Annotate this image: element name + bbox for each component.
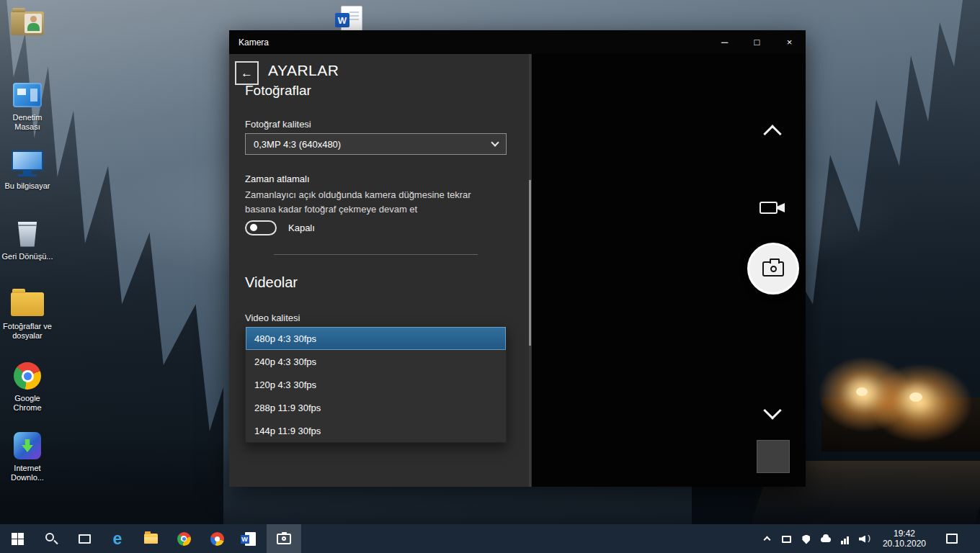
word-icon: W [245,532,256,546]
task-view-icon [79,534,91,544]
windows-logo-icon [12,533,24,545]
desktop: Denetim Masası Bu bilgisayar Geri Dönüşü… [0,0,980,553]
file-explorer-icon [144,534,158,544]
zoom-up-button[interactable] [766,127,779,140]
video-quality-label: Video kalitesi [245,313,300,323]
train-headlight [856,387,868,396]
desktop-icon-photos-folder[interactable]: Fotoğraflar ve dosyalar [0,288,55,341]
user-folder-icon [11,12,44,35]
taskbar-clock[interactable]: 19:42 20.10.2020 [878,529,930,549]
control-panel-icon [13,83,42,107]
video-quality-option-144p[interactable]: 144p 11:9 30fps [246,419,506,442]
clock-time: 19:42 [883,529,926,539]
chrome-icon [14,362,41,390]
video-quality-option-480p[interactable]: 480p 4:3 30fps [246,327,506,350]
videos-section-heading: Videolar [245,274,298,291]
search-icon [45,533,58,545]
photo-quality-label: Fotoğraf kalitesi [245,119,311,130]
desktop-icon-label: Internet Downlo... [0,464,55,482]
timelapse-toggle[interactable] [245,220,277,235]
taskbar-search-button[interactable] [35,524,68,553]
video-quality-option-120p[interactable]: 120p 4:3 30fps [246,373,506,396]
timelapse-label: Zaman atlamalı [245,174,310,184]
back-arrow-icon: ← [241,66,253,81]
desktop-icon-label: Bu bilgisayar [0,181,55,191]
window-titlebar[interactable]: Kamera ─ □ × [229,30,806,54]
gallery-thumbnail[interactable] [757,440,790,473]
taskbar-word-button[interactable]: W [233,524,267,553]
shield-icon [802,535,810,544]
system-tray: ) 19:42 20.10.2020 [759,524,980,553]
minimize-button[interactable]: ─ [708,30,741,54]
chevron-up-icon [763,125,781,143]
browser-app-icon [210,532,224,546]
desktop-icon-label: Geri Dönüşü... [0,252,55,261]
tray-cloud-icon[interactable] [820,534,832,544]
start-button[interactable] [0,524,35,553]
desktop-icon-control-panel[interactable]: Denetim Masası [0,79,55,132]
video-quality-dropdown-list: 480p 4:3 30fps 240p 4:3 30fps 120p 4:3 3… [245,326,507,443]
chevron-down-icon [491,138,499,146]
taskbar-browser-app-button[interactable] [200,524,233,553]
toggle-knob [250,224,257,231]
photo-quality-value: 0,3MP 4:3 (640x480) [254,139,341,150]
edge-icon: e [113,531,122,547]
timelapse-toggle-state: Kapalı [288,222,315,233]
camera-icon [277,534,291,544]
tray-security-icon[interactable] [801,534,812,544]
timelapse-description: Zamanlayıcı açık olduğunda kamera düğmes… [245,188,497,217]
video-quality-option-240p[interactable]: 240p 4:3 30fps [246,350,506,373]
close-button[interactable]: × [773,30,806,54]
speaker-icon: ) [859,534,870,544]
word-logo-icon: W [335,13,349,27]
taskbar-edge-button[interactable]: e [101,524,134,553]
train-headlight-glow [868,364,973,443]
take-photo-button[interactable] [747,243,799,295]
desktop-icon-internet-download-manager[interactable]: Internet Downlo... [0,430,55,482]
settings-scrollbar-thumb[interactable] [529,180,531,346]
notification-icon [946,534,958,544]
chevron-down-icon [763,401,781,419]
desktop-icon-user-folder[interactable] [0,7,55,41]
network-signal-icon [841,536,849,544]
desktop-icon-google-chrome[interactable]: Google Chrome [0,360,55,413]
photo-quality-dropdown[interactable]: 0,3MP 4:3 (640x480) [245,133,507,155]
desktop-icon-label: Google Chrome [0,394,55,413]
taskbar-file-explorer-button[interactable] [134,524,167,553]
desktop-icon-label: Denetim Masası [0,113,55,132]
section-divider [274,254,478,255]
hidden-icons-button[interactable] [762,534,773,544]
camera-app-window: Kamera ─ □ × ← AYARLAR Fotoğraflar Fotoğ… [229,30,806,487]
action-center-button[interactable] [938,534,966,544]
desktop-icon-this-pc[interactable]: Bu bilgisayar [0,148,55,191]
video-camera-icon [760,202,778,214]
desktop-icon-label: Fotoğraflar ve dosyalar [0,322,55,341]
taskbar-camera-button-active[interactable] [267,524,301,553]
taskbar: e W [0,524,980,553]
window-content: ← AYARLAR Fotoğraflar Fotoğraf kalitesi … [229,54,806,487]
video-mode-button[interactable] [760,201,787,215]
cloud-icon [821,537,831,542]
settings-panel: ← AYARLAR Fotoğraflar Fotoğraf kalitesi … [229,54,532,487]
maximize-button[interactable]: □ [741,30,773,54]
chevron-up-icon [764,536,771,543]
tray-volume-icon[interactable]: ) [859,534,870,544]
window-controls: ─ □ × [708,30,806,54]
back-button[interactable]: ← [235,61,259,85]
computer-monitor-icon [12,150,43,171]
desktop-icon-recycle-bin[interactable]: Geri Dönüşü... [0,218,55,261]
word-document-icon: W [341,6,362,32]
photos-section-heading: Fotoğraflar [245,83,311,99]
tray-network-icon[interactable] [839,534,851,544]
chrome-icon [177,532,191,546]
recycle-bin-icon [17,222,38,247]
desktop-icon-word-document[interactable]: W [337,6,366,32]
task-view-button[interactable] [68,524,101,553]
train-headlight [909,392,922,402]
clock-date: 20.10.2020 [883,539,926,549]
video-quality-option-288p[interactable]: 288p 11:9 30fps [246,396,506,419]
zoom-down-button[interactable] [766,404,779,417]
camera-preview [532,54,806,487]
tray-display-icon[interactable] [781,534,793,544]
taskbar-chrome-button[interactable] [167,524,200,553]
